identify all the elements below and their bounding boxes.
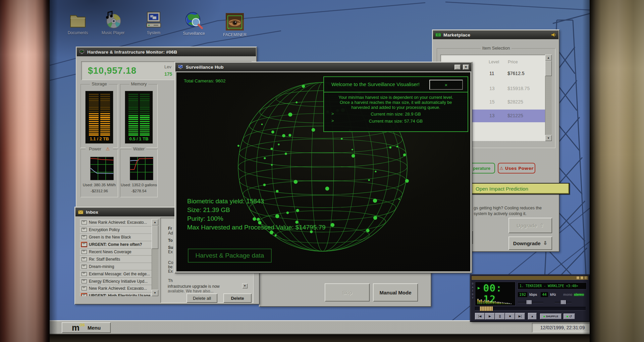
power-label: Power: [87, 146, 103, 151]
open-impact-prediction-button[interactable]: Open Impact Prediction: [460, 183, 570, 194]
volume-slider[interactable]: [518, 300, 543, 304]
close-button[interactable]: ×: [463, 65, 469, 70]
scroll-down-button[interactable]: ▼: [152, 290, 158, 296]
item-price[interactable]: $28225: [507, 99, 523, 105]
bitrate-value: 192: [518, 292, 527, 297]
inbox-item[interactable]: New Rank Achieved: Excavato...: [80, 219, 152, 226]
item-level[interactable]: 11: [489, 71, 494, 76]
mail-icon: [81, 286, 87, 291]
scroll-thumb[interactable]: [545, 61, 552, 76]
shuffle-button[interactable]: SHUFFLE: [540, 314, 561, 319]
skip-button[interactable]: Skip: [325, 283, 370, 301]
water-chart: [130, 157, 153, 180]
storage-label: Storage: [90, 81, 109, 86]
player-close-button[interactable]: ×: [585, 276, 588, 279]
inbox-item[interactable]: New Rank Achieved: Excavato...: [80, 285, 152, 292]
desktop-icon-label: Music Player: [102, 30, 125, 35]
stop-button[interactable]: ■: [505, 313, 515, 320]
menu-button[interactable]: m OS Menu: [62, 322, 111, 333]
inbox-item[interactable]: Energy Efficiency Initiative Upd...: [80, 278, 152, 285]
scroll-up-button[interactable]: ▲: [545, 55, 552, 61]
desktop-icon-documents[interactable]: Documents: [62, 12, 93, 35]
desktop-icon-system[interactable]: System: [138, 11, 169, 35]
minimize-button[interactable]: _: [454, 65, 461, 70]
inbox-item[interactable]: Dream-mining: [80, 263, 152, 270]
max-size-line: Current max size: 57.74 GB: [324, 119, 468, 124]
harvest-stats: Biometric data yield: 15843 Size: 21.39 …: [187, 197, 326, 232]
inbox-list[interactable]: New Rank Achieved: Excavato... Encryptio…: [80, 219, 158, 296]
inbox-scrollbar[interactable]: ▲ ▼: [152, 219, 158, 296]
os-logo-sup: OS: [79, 323, 85, 327]
seek-handle[interactable]: [480, 306, 493, 311]
inbox-item[interactable]: Re: Staff Benefits: [80, 256, 152, 263]
column-header-level: Level: [489, 59, 499, 64]
storage-group: Storage 1.1 / 2 TB: [80, 84, 118, 148]
speaker-icon[interactable]: [551, 32, 556, 37]
water-group: Water Used: 1352.0 gallons -$278.54: [120, 149, 158, 197]
water-cost: -$278.54: [120, 189, 157, 193]
item-level[interactable]: 15: [489, 99, 495, 105]
mode-panel: Skip Manual Mode: [259, 271, 431, 307]
upgrade-button[interactable]: Upgrade ⇧: [508, 218, 552, 233]
delete-button[interactable]: Delete: [223, 293, 252, 303]
desktop-icon-music-player[interactable]: Music Player: [98, 11, 128, 35]
mail-icon: [81, 264, 87, 269]
urgent-mail-icon: [81, 293, 87, 296]
seek-bar[interactable]: [475, 307, 586, 310]
inbox-item[interactable]: Recent News Coverage: [80, 249, 152, 256]
window-title: Inbox: [86, 210, 98, 215]
pane-subject-fragment: Su: [168, 245, 173, 250]
inbox-item-urgent[interactable]: URGENT: High Electricity Usage: [80, 292, 152, 296]
scroll-thumb[interactable]: [152, 225, 158, 249]
inbox-item[interactable]: Green is the New Black: [80, 234, 152, 241]
column-header-price: Price: [508, 59, 518, 64]
downgrade-button[interactable]: Downgrade ⇩: [508, 236, 552, 250]
item-price[interactable]: $7612.5: [507, 71, 525, 76]
item-price[interactable]: $15918.75: [507, 86, 530, 91]
scroll-down-button[interactable]: ▼: [545, 135, 552, 141]
next-button[interactable]: ▶|: [515, 313, 525, 320]
taskbar-clock[interactable]: 12/02/1999, 22:31:09: [532, 323, 593, 332]
marketplace-titlebar[interactable]: Marketplace: [433, 30, 558, 39]
player-minimize-button[interactable]: [577, 276, 580, 279]
track-title[interactable]: 1. TEKRIDER - WORKLIFE <3:48>: [518, 283, 586, 289]
scroll-up-button[interactable]: ▲: [152, 219, 158, 225]
desktop-icon-surveillance[interactable]: Surveillance: [178, 11, 209, 36]
play-button[interactable]: ▶: [485, 313, 495, 320]
item-level[interactable]: 13: [489, 86, 495, 91]
mail-icon: [81, 249, 87, 255]
monitor-chart-icon: [79, 50, 85, 54]
water-used: Used: 1352.0 gallons: [119, 183, 159, 187]
harvest-package-button[interactable]: Harvest & Package data: [188, 249, 272, 263]
mail-icon: [81, 227, 87, 232]
samplerate-unit: kHz: [550, 293, 556, 296]
pause-button[interactable]: ||: [495, 313, 505, 320]
clutterbar[interactable]: OAIDV: [472, 282, 475, 300]
balance-slider[interactable]: [555, 300, 572, 304]
level-label-fragment: Lev: [164, 64, 171, 69]
inbox-item-urgent[interactable]: URGENT: Come here often?: [80, 241, 152, 249]
dialog-close-button[interactable]: ×: [429, 80, 463, 90]
repeat-button[interactable]: ↺: [564, 314, 575, 319]
delete-all-button[interactable]: Delete all: [186, 293, 217, 303]
player-titlebar[interactable]: ×: [472, 276, 588, 280]
window-title: Hardware & Infrastructure Monitor: #06B: [87, 50, 177, 55]
inbox-item[interactable]: External Message: Get the edge...: [80, 270, 152, 278]
surveillance-hub-titlebar[interactable]: Surveillance Hub _ ×: [175, 63, 471, 71]
mail-icon: [81, 220, 87, 225]
eject-button[interactable]: ▲: [528, 313, 537, 320]
taskbar: m OS Menu 12/02/1999, 22:31:09: [50, 320, 590, 334]
previous-button[interactable]: |◀: [475, 313, 485, 320]
hardware-monitor-titlebar[interactable]: Hardware & Infrastructure Monitor: #06B: [77, 48, 256, 56]
manual-mode-button[interactable]: Manual Mode: [373, 283, 418, 301]
player-shade-button[interactable]: [581, 276, 584, 279]
item-list-scrollbar[interactable]: ▲ ▼: [545, 55, 552, 141]
desktop-icon-faceminer[interactable]: FACEMINER: [219, 13, 250, 37]
pane-fragment: be: [168, 265, 172, 269]
envelope-icon: [78, 210, 84, 214]
power-warning-icon: ⚠: [104, 146, 111, 151]
inbox-item[interactable]: Encryption Policy: [80, 226, 152, 234]
downgrade-arrow-icon: ⇩: [543, 240, 548, 246]
monitor-bezel-bottom: [50, 334, 590, 342]
preview-scroll-down-button[interactable]: ▼: [242, 283, 248, 288]
